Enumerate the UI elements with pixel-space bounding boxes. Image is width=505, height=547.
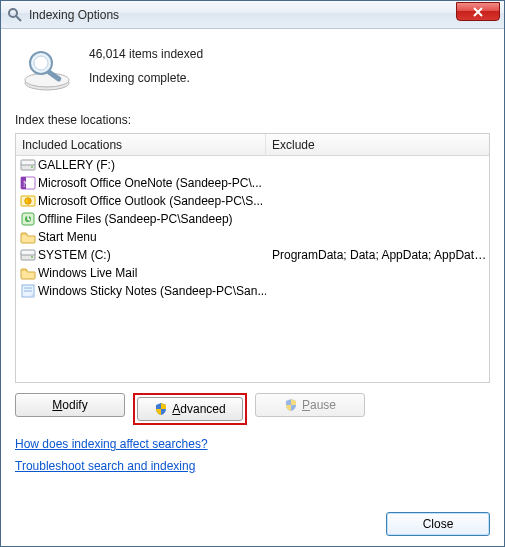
titlebar: Indexing Options [1, 1, 504, 29]
row-name: SYSTEM (C:) [38, 248, 111, 262]
shield-icon [284, 398, 298, 412]
row-exclude: ProgramData; Data; AppData; AppData; ... [266, 248, 489, 262]
shield-icon [154, 402, 168, 416]
row-name: GALLERY (F:) [38, 158, 115, 172]
folder-icon [20, 229, 36, 245]
table-row[interactable]: Start Menu [16, 228, 489, 246]
outlook-icon [20, 193, 36, 209]
svg-rect-8 [21, 160, 35, 165]
button-row: Modify Advanced Pause [15, 393, 490, 425]
folder-icon [20, 265, 36, 281]
svg-text:N: N [23, 180, 29, 189]
row-name: Microsoft Office Outlook (Sandeep-PC\S..… [38, 194, 263, 208]
footer: Close [15, 500, 490, 536]
table-row[interactable]: GALLERY (F:) [16, 156, 489, 174]
indexing-options-dialog: Indexing Options 46,014 items indexed In… [0, 0, 505, 547]
drive-icon [20, 157, 36, 173]
row-name: Microsoft Office OneNote (Sandeep-PC\... [38, 176, 262, 190]
svg-point-3 [25, 73, 69, 87]
col-header-included[interactable]: Included Locations [16, 134, 266, 155]
svg-point-0 [9, 9, 17, 17]
index-state-text: Indexing complete. [89, 71, 203, 85]
link-how-indexing[interactable]: How does indexing affect searches? [15, 437, 208, 451]
svg-line-1 [16, 16, 21, 21]
table-row[interactable]: Windows Live Mail [16, 264, 489, 282]
app-icon [7, 7, 23, 23]
svg-point-5 [34, 56, 48, 70]
table-row[interactable]: Microsoft Office Outlook (Sandeep-PC\S..… [16, 192, 489, 210]
table-header: Included Locations Exclude [16, 134, 489, 156]
table-row[interactable]: NMicrosoft Office OneNote (Sandeep-PC\..… [16, 174, 489, 192]
row-name: Offline Files (Sandeep-PC\Sandeep) [38, 212, 233, 226]
link-troubleshoot[interactable]: Troubleshoot search and indexing [15, 459, 195, 473]
locations-table: Included Locations Exclude GALLERY (F:)N… [15, 133, 490, 383]
table-row[interactable]: Offline Files (Sandeep-PC\Sandeep) [16, 210, 489, 228]
status-row: 46,014 items indexed Indexing complete. [15, 39, 490, 109]
close-icon [473, 7, 483, 17]
sticky-icon [20, 283, 36, 299]
help-links: How does indexing affect searches? Troub… [15, 437, 490, 473]
table-row[interactable]: SYSTEM (C:)ProgramData; Data; AppData; A… [16, 246, 489, 264]
table-row[interactable]: Windows Sticky Notes (Sandeep-PC\San... [16, 282, 489, 300]
svg-point-9 [31, 166, 33, 168]
row-name: Start Menu [38, 230, 97, 244]
table-body: GALLERY (F:)NMicrosoft Office OneNote (S… [16, 156, 489, 382]
onenote-icon: N [20, 175, 36, 191]
advanced-button[interactable]: Advanced [137, 397, 243, 421]
svg-point-19 [31, 256, 33, 258]
offline-icon [20, 211, 36, 227]
modify-button[interactable]: Modify [15, 393, 125, 417]
drive-icon [20, 247, 36, 263]
svg-rect-18 [21, 250, 35, 255]
close-button[interactable]: Close [386, 512, 490, 536]
window-title: Indexing Options [29, 8, 119, 22]
client-area: 46,014 items indexed Indexing complete. … [1, 29, 504, 546]
search-drive-icon [19, 45, 75, 93]
row-name: Windows Live Mail [38, 266, 137, 280]
row-name: Windows Sticky Notes (Sandeep-PC\San... [38, 284, 266, 298]
advanced-highlight: Advanced [133, 393, 247, 425]
window-close-button[interactable] [456, 2, 500, 21]
pause-button: Pause [255, 393, 365, 417]
col-header-exclude[interactable]: Exclude [266, 134, 489, 155]
locations-label: Index these locations: [15, 113, 490, 127]
index-count-text: 46,014 items indexed [89, 47, 203, 61]
